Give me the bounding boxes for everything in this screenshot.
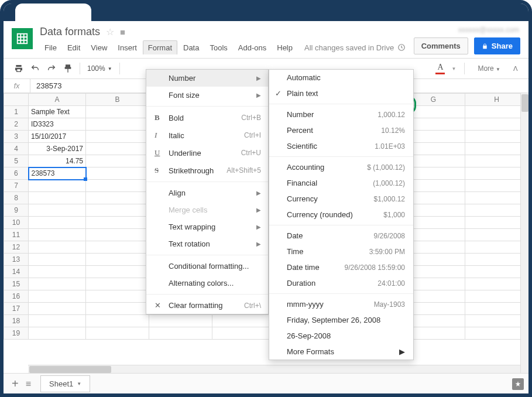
cell[interactable] — [86, 106, 149, 118]
cell[interactable] — [465, 180, 528, 192]
cell[interactable] — [86, 143, 149, 155]
cell[interactable] — [29, 266, 86, 278]
cell[interactable] — [29, 192, 86, 204]
cell[interactable]: 14.75 — [29, 155, 86, 167]
row-header[interactable]: 7 — [4, 180, 29, 192]
add-sheet-icon[interactable]: + — [8, 375, 22, 393]
row-header[interactable]: 15 — [4, 278, 29, 290]
cell[interactable] — [465, 118, 528, 131]
number-item-currency-rounded-[interactable]: Currency (rounded)$1,000 — [269, 207, 413, 223]
cell[interactable] — [86, 303, 149, 315]
collapse-toolbar-icon[interactable]: ᐱ — [510, 65, 521, 73]
cell[interactable] — [29, 278, 86, 290]
format-item-italic[interactable]: IItalicCtrl+I — [146, 126, 268, 144]
number-item-friday-september-[interactable]: Friday, September 26, 2008 — [269, 312, 413, 328]
row-header[interactable]: 5 — [4, 155, 29, 167]
number-item-percent[interactable]: Percent10.12% — [269, 122, 413, 138]
cell[interactable] — [465, 229, 528, 241]
menu-data[interactable]: Data — [179, 41, 204, 54]
row-header[interactable]: 3 — [4, 131, 29, 143]
menu-help[interactable]: Help — [272, 41, 297, 54]
cell[interactable] — [465, 266, 528, 278]
cell[interactable] — [86, 180, 149, 192]
cell[interactable] — [86, 167, 149, 180]
format-item-bold[interactable]: BBoldCtrl+B — [146, 109, 268, 126]
more-button[interactable]: More ▼ — [473, 64, 505, 73]
cell[interactable] — [465, 106, 528, 118]
cell[interactable] — [86, 192, 149, 204]
number-item-mmm-yyyy[interactable]: mmm-yyyyMay-1903 — [269, 296, 413, 312]
menu-tools[interactable]: Tools — [205, 41, 232, 54]
menu-insert[interactable]: Insert — [113, 41, 142, 54]
cell[interactable] — [29, 315, 86, 327]
cell[interactable] — [29, 303, 86, 315]
row-header[interactable]: 19 — [4, 327, 29, 340]
cell[interactable] — [86, 241, 149, 254]
row-header[interactable]: 10 — [4, 217, 29, 229]
share-button[interactable]: Share — [474, 37, 520, 54]
cell[interactable] — [465, 155, 528, 167]
cell[interactable] — [465, 254, 528, 266]
format-item-strikethrough[interactable]: SStrikethroughAlt+Shift+5 — [146, 162, 268, 179]
col-header-A[interactable]: A — [29, 94, 86, 106]
cell[interactable] — [465, 217, 528, 229]
number-item-automatic[interactable]: Automatic — [269, 70, 413, 85]
number-item--sep-[interactable]: 26-Sep-2008 — [269, 328, 413, 344]
row-header[interactable]: 16 — [4, 290, 29, 303]
cell[interactable] — [465, 303, 528, 315]
zoom-select[interactable]: 100% ▼ — [84, 64, 116, 73]
cell[interactable] — [86, 327, 149, 340]
cell[interactable] — [465, 143, 528, 155]
row-header[interactable]: 2 — [4, 118, 29, 131]
cell[interactable]: 3-Sep-2017 — [29, 143, 86, 155]
cell[interactable] — [86, 217, 149, 229]
cell[interactable] — [29, 254, 86, 266]
undo-icon[interactable] — [27, 61, 43, 76]
cell[interactable] — [465, 290, 528, 303]
paint-format-icon[interactable] — [60, 61, 76, 76]
row-header[interactable]: 13 — [4, 254, 29, 266]
number-item-time[interactable]: Time3:59:00 PM — [269, 244, 413, 259]
col-header-H[interactable]: H — [465, 94, 528, 106]
cell[interactable] — [149, 315, 212, 327]
cell[interactable] — [465, 315, 528, 327]
horizontal-scrollbar[interactable] — [28, 365, 520, 373]
format-item-number[interactable]: Number▶ — [146, 70, 268, 87]
select-all-cell[interactable] — [4, 94, 29, 106]
menu-view[interactable]: View — [86, 41, 112, 54]
number-item-scientific[interactable]: Scientific1.01E+03 — [269, 138, 413, 154]
cell[interactable] — [29, 241, 86, 254]
cell[interactable] — [29, 204, 86, 217]
cell[interactable] — [86, 155, 149, 167]
number-item-more-formats[interactable]: More Formats▶ — [269, 344, 413, 360]
star-icon[interactable]: ☆ — [106, 26, 114, 37]
cell[interactable] — [465, 278, 528, 290]
number-item-number[interactable]: Number1,000.12 — [269, 107, 413, 122]
row-header[interactable]: 14 — [4, 266, 29, 278]
format-item-align[interactable]: Align▶ — [146, 184, 268, 201]
row-header[interactable]: 12 — [4, 241, 29, 254]
explore-icon[interactable] — [512, 378, 524, 390]
cell[interactable] — [465, 241, 528, 254]
browser-tab[interactable] — [15, 4, 91, 21]
menu-format[interactable]: Format — [143, 40, 177, 54]
cell[interactable] — [86, 266, 149, 278]
format-item-alternating-colors-[interactable]: Alternating colors... — [146, 275, 268, 292]
col-header-B[interactable]: B — [86, 94, 149, 106]
format-item-text-rotation[interactable]: Text rotation▶ — [146, 235, 268, 252]
format-item-font-size[interactable]: Font size▶ — [146, 87, 268, 104]
format-item-underline[interactable]: UUnderlineCtrl+U — [146, 144, 268, 162]
format-item-text-wrapping[interactable]: Text wrapping▶ — [146, 218, 268, 235]
cell[interactable] — [29, 229, 86, 241]
cell[interactable]: 15/10/2017 — [29, 131, 86, 143]
cell[interactable] — [465, 327, 528, 340]
cell[interactable] — [465, 167, 528, 180]
cell[interactable] — [29, 327, 86, 340]
menu-edit[interactable]: Edit — [63, 41, 85, 54]
format-item-conditional-formatting-[interactable]: Conditional formatting... — [146, 258, 268, 275]
cell[interactable] — [86, 118, 149, 131]
cell[interactable] — [86, 229, 149, 241]
cell[interactable] — [212, 315, 276, 327]
menu-file[interactable]: File — [40, 41, 61, 54]
row-header[interactable]: 9 — [4, 204, 29, 217]
